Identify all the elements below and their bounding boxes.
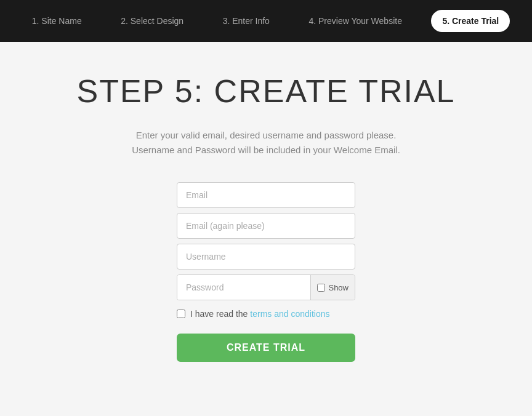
terms-text-before: I have read the [190,309,250,319]
terms-text: I have read the terms and conditions [190,309,329,319]
show-password-checkbox[interactable] [317,284,325,292]
email-field[interactable] [177,182,355,208]
create-trial-button[interactable]: CREATE TRIAL [177,334,355,362]
form-container: Show I have read the terms and condition… [12,182,520,362]
nav-bar: 1. Site Name 2. Select Design 3. Enter I… [0,0,532,42]
nav-item-enter-info[interactable]: 3. Enter Info [213,11,280,31]
nav-item-select-design[interactable]: 2. Select Design [111,11,193,31]
nav-item-create-trial[interactable]: 5. Create Trial [431,10,510,32]
step-description: Enter your valid email, desired username… [132,128,400,158]
terms-checkbox[interactable] [177,310,185,318]
nav-item-preview[interactable]: 4. Preview Your Website [299,11,412,31]
email-again-field[interactable] [177,213,355,239]
nav-item-site-name[interactable]: 1. Site Name [22,11,92,31]
terms-row: I have read the terms and conditions [177,309,355,319]
terms-link[interactable]: terms and conditions [250,309,329,319]
page-title: STEP 5: CREATE TRIAL [76,73,455,110]
show-password-label[interactable]: Show [328,283,349,292]
password-field[interactable] [177,275,310,300]
password-wrapper: Show [177,274,355,300]
show-password-toggle[interactable]: Show [310,275,355,300]
description-line1: Enter your valid email, desired username… [136,130,397,140]
description-line2: Username and Password will be included i… [132,145,400,155]
main-content: STEP 5: CREATE TRIAL Enter your valid em… [0,42,532,386]
username-field[interactable] [177,244,355,270]
